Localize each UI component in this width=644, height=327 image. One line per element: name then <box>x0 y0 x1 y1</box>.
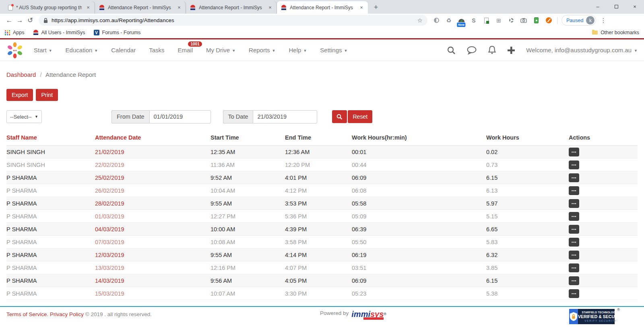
hash-grid-extension-icon[interactable]: ⊞ <box>495 17 502 24</box>
user-menu[interactable]: Welcome, info@ausstudygroup.com.au ▼ <box>526 47 638 53</box>
pencil-extension-icon[interactable] <box>545 17 552 24</box>
col-header-attendance-date[interactable]: Attendance Date <box>95 132 211 146</box>
row-actions-button[interactable]: ▪▪▪ <box>569 148 579 156</box>
nav-item-settings[interactable]: Settings▼ <box>320 47 347 53</box>
cog-extension-icon[interactable] <box>508 17 515 24</box>
bookmark-all-users[interactable]: All Users - ImmiSys <box>33 30 85 35</box>
browser-tab-3[interactable]: Attendance Report - ImmiSys × <box>186 1 277 14</box>
attendance-date-link[interactable]: 26/02/2019 <box>95 187 124 194</box>
immisys-logo-tagline-bar <box>363 317 384 320</box>
attendance-date-link[interactable]: 14/03/2019 <box>95 278 124 284</box>
browser-tab-1[interactable]: * AUS Study group reporting tha × <box>4 1 95 14</box>
search-button[interactable] <box>332 110 347 123</box>
table-row: P SHARMA 26/02/2019 10:04 AM 4:12 PM 06:… <box>6 184 638 197</box>
nav-item-my-drive[interactable]: My Drive▼ <box>206 47 235 53</box>
bookmark-forums[interactable]: V Forums - Forums <box>94 30 141 35</box>
work-hours-hrmin-cell: 05:58 <box>352 197 486 210</box>
work-hours-cell: 6.13 <box>486 184 569 197</box>
row-actions-button[interactable]: ▪▪▪ <box>569 212 579 221</box>
row-actions-button[interactable]: ▪▪▪ <box>569 263 579 272</box>
tab-close-icon[interactable]: × <box>267 4 273 11</box>
chevron-down-icon: ▼ <box>35 115 38 119</box>
browser-tab-2[interactable]: Attendance Report - ImmiSys × <box>95 1 186 14</box>
skype-extension-icon[interactable]: S <box>470 17 477 24</box>
add-plus-icon[interactable] <box>507 46 515 54</box>
tab-close-icon[interactable]: × <box>176 4 182 11</box>
sync-paused-badge[interactable]: Paused k <box>561 15 596 26</box>
attendance-date-link[interactable]: 21/02/2019 <box>95 149 124 155</box>
circle-extension-icon[interactable] <box>433 17 440 24</box>
nav-item-calendar[interactable]: Calendar <box>111 47 136 53</box>
other-bookmarks[interactable]: Other bookmarks <box>592 30 639 35</box>
bookmark-apps[interactable]: Apps <box>5 30 25 35</box>
verified-secured-badge[interactable]: STARFIELD TECHNOLOGIES VERIFIED & SECURE… <box>569 309 615 324</box>
row-actions-button[interactable]: ▪▪▪ <box>569 173 579 182</box>
attendance-date-link[interactable]: 25/02/2019 <box>95 175 124 181</box>
forward-button[interactable]: → <box>14 16 25 25</box>
immisys-logo[interactable]: immisys® <box>351 310 386 318</box>
row-actions-button[interactable]: ▪▪▪ <box>569 199 579 208</box>
nav-item-tasks[interactable]: Tasks <box>149 47 164 53</box>
reload-button[interactable]: ↺ <box>25 16 35 25</box>
tab-close-icon[interactable]: × <box>358 4 365 11</box>
nav-item-email[interactable]: Email 1001 <box>178 47 193 53</box>
row-actions-button[interactable]: ▪▪▪ <box>569 251 579 259</box>
minimize-button[interactable]: – <box>588 0 607 13</box>
col-header-staff-name[interactable]: Staff Name <box>6 132 95 146</box>
start-time-cell: 12:35 AM <box>211 146 285 158</box>
aus-study-group-logo[interactable]: AUS <box>6 42 23 59</box>
address-bar[interactable]: https://app.immisys.com.au/Reporting/Att… <box>39 15 427 26</box>
recycle-extension-icon[interactable]: ♻ <box>445 17 452 24</box>
staff-select[interactable]: --Select-- ▼ <box>6 110 42 123</box>
work-hours-hrmin-cell: 06:08 <box>352 184 486 197</box>
bookmark-star-icon[interactable]: ☆ <box>417 17 423 24</box>
from-date-input[interactable] <box>149 110 211 123</box>
search-icon[interactable] <box>447 46 456 55</box>
tab-title: Attendance Report - ImmiSys <box>199 5 264 10</box>
row-actions-button[interactable]: ▪▪▪ <box>569 225 579 234</box>
battery-extension-icon[interactable] <box>533 17 540 24</box>
nav-item-reports[interactable]: Reports▼ <box>249 47 275 53</box>
attendance-date-link[interactable]: 07/03/2019 <box>95 239 124 245</box>
chat-icon[interactable] <box>466 46 477 55</box>
print-button[interactable]: Print <box>36 89 58 101</box>
row-actions-button[interactable]: ▪▪▪ <box>569 289 579 298</box>
attendance-date-link[interactable]: 01/03/2019 <box>95 213 124 220</box>
terms-of-service-link[interactable]: Terms of Service. <box>6 311 48 317</box>
attendance-date-link[interactable]: 22/02/2019 <box>95 162 124 168</box>
end-time-cell: 12:20 PM <box>285 158 352 171</box>
chevron-down-icon: ▼ <box>634 49 638 53</box>
nav-item-education[interactable]: Education▼ <box>66 47 98 53</box>
row-actions-button[interactable]: ▪▪▪ <box>569 276 579 285</box>
restore-button[interactable] <box>607 0 625 13</box>
camera-extension-icon[interactable] <box>520 17 527 24</box>
tab-close-icon[interactable]: × <box>85 4 91 11</box>
to-date-input[interactable] <box>253 110 317 123</box>
speed-gauge-extension-icon[interactable]: New <box>458 17 465 24</box>
nav-item-help[interactable]: Help▼ <box>289 47 307 53</box>
notifications-bell-icon[interactable] <box>488 45 496 55</box>
row-actions-button[interactable]: ▪▪▪ <box>569 160 579 169</box>
toolbar-divider <box>557 17 557 24</box>
attendance-date-link[interactable]: 28/02/2019 <box>95 200 124 207</box>
registered-mark: ® <box>617 308 620 312</box>
back-button[interactable]: ← <box>4 16 14 25</box>
export-button[interactable]: Export <box>6 89 33 101</box>
new-tab-button[interactable]: + <box>370 2 382 13</box>
attendance-date-link[interactable]: 12/03/2019 <box>95 252 124 258</box>
close-button[interactable]: × <box>625 0 644 13</box>
browser-menu-icon[interactable]: ⋮ <box>600 17 606 24</box>
breadcrumb-dashboard-link[interactable]: Dashboard <box>6 71 36 78</box>
nav-item-start[interactable]: Start▼ <box>34 47 52 53</box>
row-actions-button[interactable]: ▪▪▪ <box>569 186 579 195</box>
page-favicon <box>8 5 13 10</box>
reset-button[interactable]: Reset <box>348 110 372 123</box>
attendance-date-link[interactable]: 13/03/2019 <box>95 265 124 271</box>
row-actions-button[interactable]: ▪▪▪ <box>569 238 579 247</box>
browser-tab-4-active[interactable]: Attendance Report - ImmiSys × <box>277 1 368 14</box>
bookmarks-bar: Apps All Users - ImmiSys V Forums - Foru… <box>0 27 644 38</box>
privacy-policy-link[interactable]: Privacy Policy <box>50 311 84 317</box>
attendance-date-link[interactable]: 04/03/2019 <box>95 226 124 232</box>
document-extension-icon[interactable] <box>483 17 490 24</box>
attendance-date-link[interactable]: 15/03/2019 <box>95 290 124 297</box>
